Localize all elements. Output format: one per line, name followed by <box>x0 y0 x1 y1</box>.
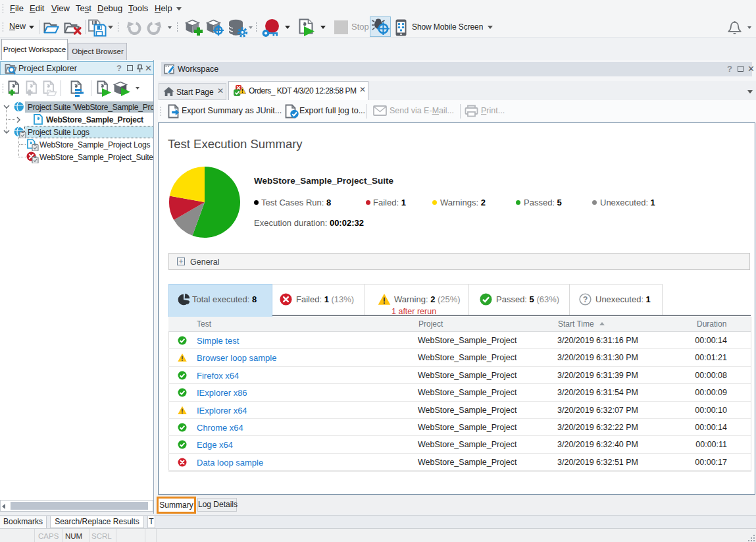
svg-text:?: ? <box>583 295 588 304</box>
